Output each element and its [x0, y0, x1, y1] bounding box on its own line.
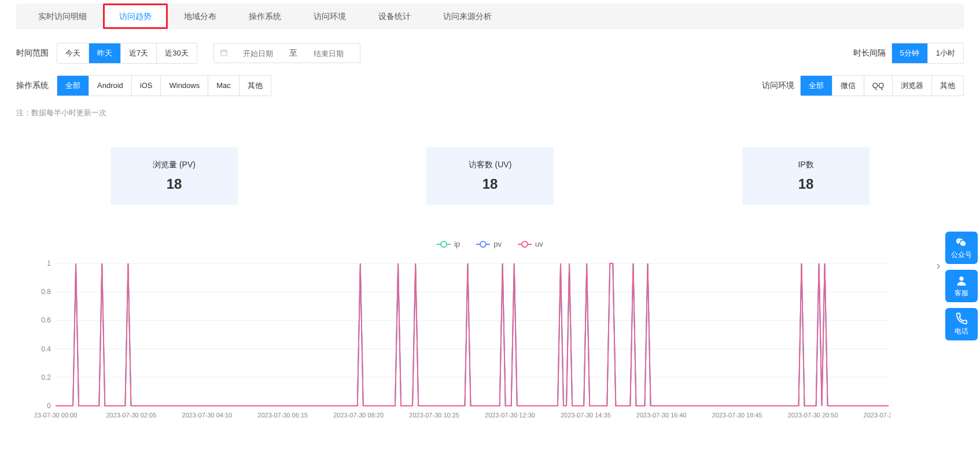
- svg-text:2023-07-30 18:45: 2023-07-30 18:45: [712, 412, 762, 419]
- option-其他[interactable]: 其他: [932, 76, 963, 96]
- env-label: 访问环境: [754, 80, 794, 91]
- option-Android[interactable]: Android: [89, 76, 132, 96]
- svg-text:2023-07-30 20:50: 2023-07-30 20:50: [788, 412, 838, 419]
- svg-text:0.2: 0.2: [41, 373, 51, 382]
- svg-text:2023-07-30 22:55: 2023-07-30 22:55: [864, 412, 891, 419]
- stat-label: IP数: [742, 160, 870, 170]
- svg-text:2023-07-30 08:20: 2023-07-30 08:20: [333, 412, 384, 419]
- stat-value: 18: [426, 176, 554, 192]
- option-全部[interactable]: 全部: [57, 76, 89, 96]
- tab-2[interactable]: 地域分布: [168, 3, 233, 29]
- end-date-input[interactable]: [303, 49, 354, 58]
- legend-uv[interactable]: uv: [518, 240, 543, 248]
- stat-cards: 浏览量 (PV)18访客数 (UV)18IP数18: [16, 147, 964, 205]
- legend-pv[interactable]: pv: [476, 240, 502, 248]
- stat-value: 18: [742, 176, 870, 192]
- stat-label: 访客数 (UV): [426, 160, 554, 170]
- tab-4[interactable]: 访问环境: [297, 3, 362, 29]
- line-chart: 00.20.40.60.8123-07-30 00:002023-07-30 0…: [35, 259, 891, 421]
- side-float: 公众号 客服 电话: [945, 232, 978, 346]
- svg-text:2023-07-30 10:25: 2023-07-30 10:25: [409, 412, 459, 419]
- chart: 00.20.40.60.8123-07-30 00:002023-07-30 0…: [16, 259, 964, 423]
- interval-group: 5分钟1小时: [891, 43, 964, 64]
- chart-legend: ip pv uv: [16, 240, 964, 248]
- stat-card-0: 浏览量 (PV)18: [110, 147, 238, 205]
- calendar-icon: [220, 49, 228, 58]
- option-Mac[interactable]: Mac: [208, 76, 240, 96]
- tab-6[interactable]: 访问来源分析: [427, 3, 508, 29]
- date-range-picker[interactable]: 至: [213, 43, 360, 63]
- stat-label: 浏览量 (PV): [110, 160, 238, 170]
- analytics-tabs: 实时访问明细访问趋势地域分布操作系统访问环境设备统计访问来源分析: [16, 3, 964, 29]
- time-range-label: 时间范围: [16, 48, 57, 58]
- stat-value: 18: [110, 176, 238, 192]
- svg-text:0.4: 0.4: [41, 345, 51, 353]
- time-range-group: 今天昨天近7天近30天: [57, 43, 197, 64]
- interval-label: 时长间隔: [845, 48, 886, 58]
- option-5分钟[interactable]: 5分钟: [892, 43, 928, 63]
- option-昨天[interactable]: 昨天: [89, 43, 121, 63]
- option-Windows[interactable]: Windows: [161, 76, 208, 96]
- float-phone[interactable]: 电话: [945, 308, 978, 340]
- tab-1[interactable]: 访问趋势: [103, 3, 168, 29]
- svg-text:2023-07-30 02:05: 2023-07-30 02:05: [106, 412, 156, 419]
- svg-point-25: [959, 276, 963, 280]
- option-浏览器[interactable]: 浏览器: [893, 76, 932, 96]
- date-sep: 至: [289, 48, 297, 58]
- option-QQ[interactable]: QQ: [864, 76, 893, 96]
- svg-text:0.8: 0.8: [41, 288, 51, 296]
- svg-text:2023-07-30 14:35: 2023-07-30 14:35: [561, 412, 611, 419]
- svg-rect-0: [220, 50, 227, 55]
- svg-text:2023-07-30 16:40: 2023-07-30 16:40: [636, 412, 687, 419]
- option-近30天[interactable]: 近30天: [157, 43, 196, 63]
- filters: 时间范围 今天昨天近7天近30天 至 时长间隔 5分钟1小时 操作系统 全部An…: [16, 43, 964, 96]
- tab-0[interactable]: 实时访问明细: [22, 3, 103, 29]
- chevron-right-icon[interactable]: [934, 262, 943, 273]
- stat-card-2: IP数18: [742, 147, 870, 205]
- tab-5[interactable]: 设备统计: [362, 3, 427, 29]
- option-全部[interactable]: 全部: [801, 76, 832, 96]
- update-note: 注：数据每半小时更新一次: [16, 108, 964, 118]
- svg-text:1: 1: [47, 259, 51, 267]
- svg-text:0.6: 0.6: [41, 316, 51, 324]
- svg-text:2023-07-30 04:10: 2023-07-30 04:10: [182, 412, 232, 419]
- option-1小时[interactable]: 1小时: [928, 43, 963, 63]
- option-今天[interactable]: 今天: [57, 43, 89, 63]
- float-support[interactable]: 客服: [945, 270, 978, 302]
- tab-3[interactable]: 操作系统: [233, 3, 297, 29]
- env-group: 全部微信QQ浏览器其他: [800, 75, 964, 96]
- svg-text:2023-07-30 12:30: 2023-07-30 12:30: [485, 412, 535, 419]
- svg-text:0: 0: [47, 402, 51, 410]
- legend-ip[interactable]: ip: [437, 240, 460, 248]
- svg-text:2023-07-30 06:15: 2023-07-30 06:15: [257, 412, 308, 419]
- float-wechat[interactable]: 公众号: [945, 232, 978, 264]
- option-微信[interactable]: 微信: [832, 76, 864, 96]
- option-iOS[interactable]: iOS: [132, 76, 161, 96]
- option-其他[interactable]: 其他: [240, 76, 271, 96]
- start-date-input[interactable]: [233, 49, 283, 58]
- os-group: 全部AndroidiOSWindowsMac其他: [57, 75, 271, 96]
- option-近7天[interactable]: 近7天: [121, 43, 157, 63]
- svg-text:23-07-30 00:00: 23-07-30 00:00: [35, 412, 77, 419]
- stat-card-1: 访客数 (UV)18: [426, 147, 554, 205]
- os-label: 操作系统: [16, 80, 57, 91]
